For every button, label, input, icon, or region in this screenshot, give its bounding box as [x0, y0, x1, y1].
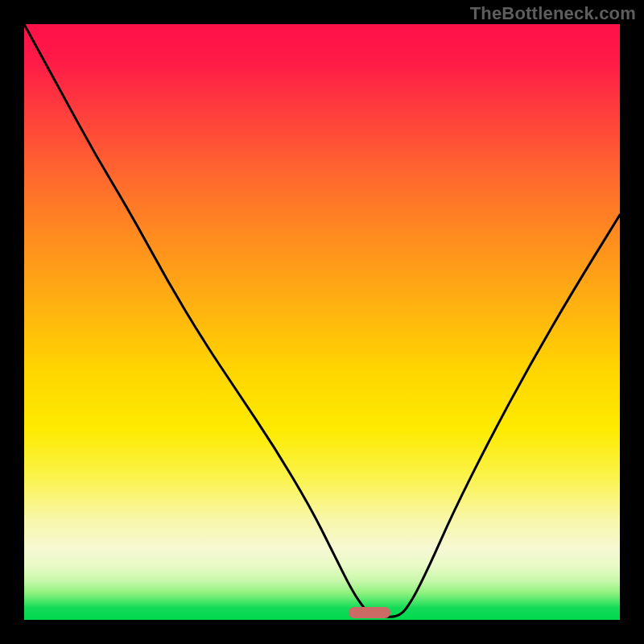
watermark-text: TheBottleneck.com	[470, 3, 636, 24]
optimal-range-marker	[349, 607, 390, 618]
bottleneck-curve	[24, 24, 620, 620]
plot-area	[24, 24, 620, 620]
chart-frame: TheBottleneck.com	[0, 0, 644, 644]
